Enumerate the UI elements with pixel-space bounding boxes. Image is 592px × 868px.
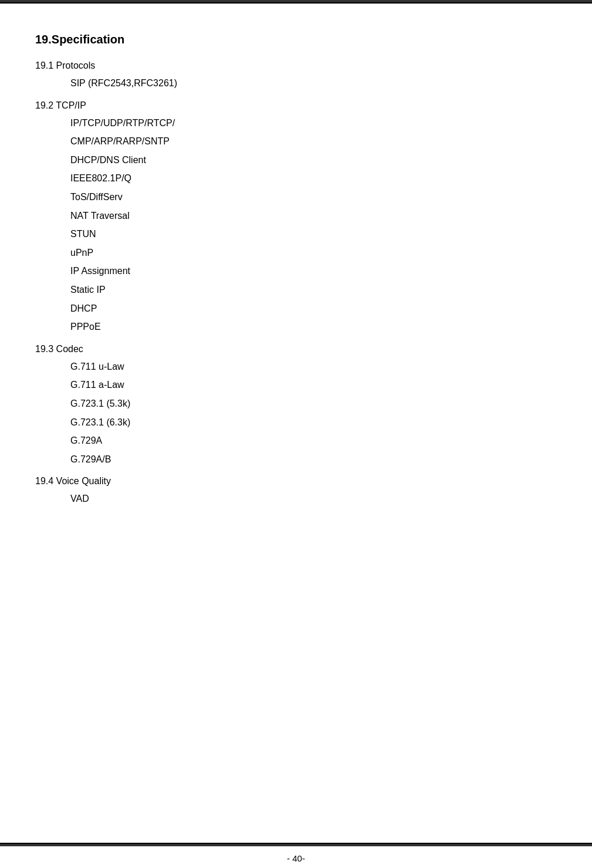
sub-item-1-9: Static IP <box>70 282 557 298</box>
sub-item-2-1: G.711 a-Law <box>70 377 557 393</box>
sub-item-1-1: CMP/ARP/RARP/SNTP <box>70 134 557 149</box>
sub-item-1-11: PPPoE <box>70 319 557 335</box>
sub-item-2-0: G.711 u-Law <box>70 359 557 374</box>
content-area: 19.Specification 19.1 ProtocolsSIP (RFC2… <box>0 4 592 843</box>
sub-item-1-7: uPnP <box>70 245 557 261</box>
page-number: - 40- <box>0 846 592 868</box>
sub-item-1-10: DHCP <box>70 301 557 316</box>
sub-item-3-0: VAD <box>70 491 557 506</box>
sub-item-1-0: IP/TCP/UDP/RTP/RTCP/ <box>70 116 557 131</box>
page-number-area: - 40- <box>0 843 592 868</box>
subsection-heading-3: 19.4 Voice Quality <box>35 476 557 487</box>
sub-item-1-3: IEEE802.1P/Q <box>70 171 557 186</box>
sub-item-0-0: SIP (RFC2543,RFC3261) <box>70 76 557 91</box>
sub-item-2-2: G.723.1 (5.3k) <box>70 396 557 411</box>
subsection-heading-0: 19.1 Protocols <box>35 60 557 71</box>
subsections-container: 19.1 ProtocolsSIP (RFC2543,RFC3261)19.2 … <box>35 60 557 506</box>
sub-item-1-8: IP Assignment <box>70 264 557 279</box>
subsection-heading-2: 19.3 Codec <box>35 344 557 354</box>
sub-item-2-5: G.729A/B <box>70 452 557 467</box>
sub-item-2-4: G.729A <box>70 433 557 448</box>
section-title: 19.Specification <box>35 33 557 46</box>
sub-item-1-6: STUN <box>70 227 557 242</box>
subsection-heading-1: 19.2 TCP/IP <box>35 100 557 111</box>
sub-item-1-2: DHCP/DNS Client <box>70 153 557 168</box>
sub-item-1-4: ToS/DiffServ <box>70 190 557 205</box>
sub-item-1-5: NAT Traversal <box>70 208 557 224</box>
sub-item-2-3: G.723.1 (6.3k) <box>70 415 557 430</box>
